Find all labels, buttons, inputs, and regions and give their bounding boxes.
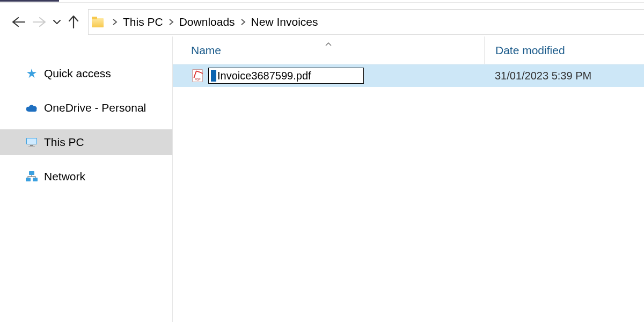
svg-rect-4	[29, 171, 34, 175]
monitor-icon	[25, 137, 39, 148]
sidebar-item-onedrive[interactable]: OneDrive - Personal	[0, 95, 172, 121]
svg-rect-6	[33, 178, 38, 181]
sidebar-item-label: Network	[44, 170, 85, 183]
sort-caret-icon	[325, 41, 332, 48]
file-name-cell: Invoice3687599.pdf	[173, 68, 484, 84]
breadcrumb-downloads[interactable]: Downloads	[179, 16, 235, 28]
svg-rect-2	[30, 145, 33, 146]
sidebar-item-label: This PC	[44, 136, 84, 149]
svg-rect-3	[28, 146, 35, 147]
svg-rect-1	[27, 138, 36, 144]
divider	[0, 2, 644, 3]
breadcrumb-new-invoices[interactable]: New Invoices	[251, 16, 318, 28]
sidebar: Quick access OneDrive - Personal This PC…	[0, 36, 173, 322]
file-list: Name Date modified Invoice3687599.pdf 31…	[173, 36, 644, 322]
star-icon	[25, 68, 39, 79]
column-label: Date modified	[495, 44, 565, 57]
breadcrumb-this-pc[interactable]: This PC	[123, 16, 163, 28]
chevron-right-icon[interactable]	[163, 16, 179, 28]
folder-icon	[92, 17, 105, 27]
sidebar-item-label: OneDrive - Personal	[44, 101, 146, 114]
svg-rect-5	[26, 178, 31, 181]
nav-buttons	[0, 15, 79, 29]
recent-dropdown[interactable]	[53, 19, 61, 25]
chevron-right-icon[interactable]	[235, 16, 251, 28]
sidebar-item-quick-access[interactable]: Quick access	[0, 61, 172, 86]
window-accent	[0, 0, 59, 2]
rename-value: Invoice3687599.pdf	[217, 70, 311, 82]
up-button[interactable]	[68, 15, 79, 29]
navigation-bar: This PC Downloads New Invoices	[0, 8, 644, 36]
file-row[interactable]: Invoice3687599.pdf 31/01/2023 5:39 PM	[173, 64, 644, 87]
pdf-icon	[192, 69, 203, 82]
file-date: 31/01/2023 5:39 PM	[484, 70, 644, 82]
network-icon	[25, 171, 39, 182]
rename-input[interactable]: Invoice3687599.pdf	[208, 68, 364, 84]
forward-button[interactable]	[32, 16, 46, 28]
column-header-name[interactable]: Name	[173, 44, 484, 57]
address-bar[interactable]: This PC Downloads New Invoices	[88, 9, 644, 35]
sidebar-item-this-pc[interactable]: This PC	[0, 129, 172, 155]
sidebar-item-network[interactable]: Network	[0, 164, 172, 189]
column-label: Name	[191, 44, 221, 56]
back-button[interactable]	[12, 16, 26, 28]
cloud-icon	[25, 103, 39, 113]
column-header-date[interactable]: Date modified	[484, 36, 644, 64]
chevron-right-icon[interactable]	[107, 16, 123, 28]
column-headers: Name Date modified	[173, 36, 644, 64]
content: Quick access OneDrive - Personal This PC…	[0, 36, 644, 322]
sidebar-item-label: Quick access	[44, 67, 111, 80]
text-selection	[211, 70, 216, 82]
